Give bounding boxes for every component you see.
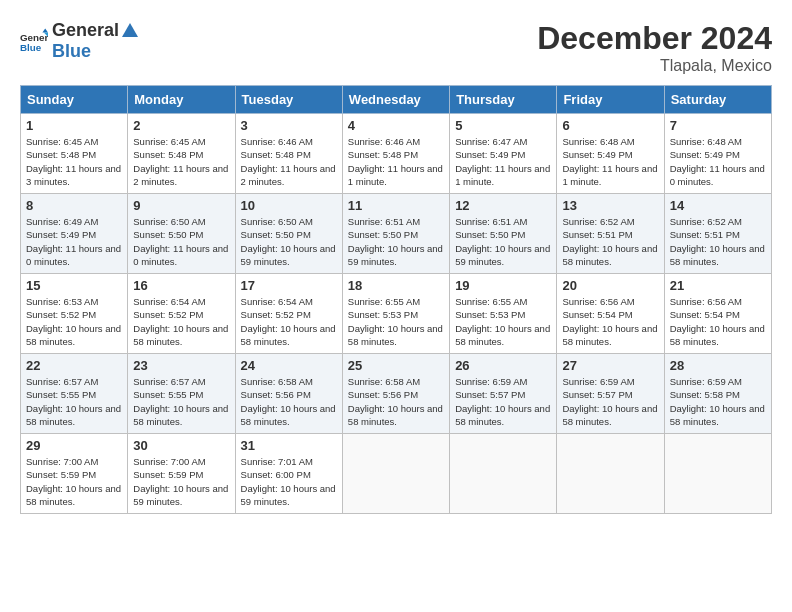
calendar-cell [450, 434, 557, 514]
day-number: 25 [348, 358, 444, 373]
day-number: 26 [455, 358, 551, 373]
calendar-cell: 18Sunrise: 6:55 AMSunset: 5:53 PMDayligh… [342, 274, 449, 354]
day-number: 21 [670, 278, 766, 293]
calendar-cell: 6Sunrise: 6:48 AMSunset: 5:49 PMDaylight… [557, 114, 664, 194]
calendar-cell: 19Sunrise: 6:55 AMSunset: 5:53 PMDayligh… [450, 274, 557, 354]
day-info: Sunrise: 6:51 AMSunset: 5:50 PMDaylight:… [455, 215, 551, 268]
calendar-week-row: 8Sunrise: 6:49 AMSunset: 5:49 PMDaylight… [21, 194, 772, 274]
day-info: Sunrise: 6:59 AMSunset: 5:57 PMDaylight:… [455, 375, 551, 428]
day-info: Sunrise: 6:51 AMSunset: 5:50 PMDaylight:… [348, 215, 444, 268]
calendar-cell: 22Sunrise: 6:57 AMSunset: 5:55 PMDayligh… [21, 354, 128, 434]
logo-icon: General Blue [20, 27, 48, 55]
calendar-cell [342, 434, 449, 514]
header-friday: Friday [557, 86, 664, 114]
logo-text-general: General [52, 20, 119, 41]
logo-triangle-icon [120, 21, 140, 41]
calendar-cell: 17Sunrise: 6:54 AMSunset: 5:52 PMDayligh… [235, 274, 342, 354]
svg-marker-4 [122, 23, 138, 37]
day-number: 16 [133, 278, 229, 293]
calendar-cell: 15Sunrise: 6:53 AMSunset: 5:52 PMDayligh… [21, 274, 128, 354]
day-info: Sunrise: 6:54 AMSunset: 5:52 PMDaylight:… [241, 295, 337, 348]
calendar-cell: 3Sunrise: 6:46 AMSunset: 5:48 PMDaylight… [235, 114, 342, 194]
day-number: 10 [241, 198, 337, 213]
month-title: December 2024 [537, 20, 772, 57]
day-number: 23 [133, 358, 229, 373]
day-number: 29 [26, 438, 122, 453]
calendar-week-row: 22Sunrise: 6:57 AMSunset: 5:55 PMDayligh… [21, 354, 772, 434]
calendar-week-row: 29Sunrise: 7:00 AMSunset: 5:59 PMDayligh… [21, 434, 772, 514]
day-number: 1 [26, 118, 122, 133]
location-title: Tlapala, Mexico [537, 57, 772, 75]
day-number: 3 [241, 118, 337, 133]
day-info: Sunrise: 7:00 AMSunset: 5:59 PMDaylight:… [26, 455, 122, 508]
day-number: 18 [348, 278, 444, 293]
header-monday: Monday [128, 86, 235, 114]
svg-marker-2 [42, 28, 48, 32]
calendar-cell: 23Sunrise: 6:57 AMSunset: 5:55 PMDayligh… [128, 354, 235, 434]
day-number: 31 [241, 438, 337, 453]
calendar-cell: 9Sunrise: 6:50 AMSunset: 5:50 PMDaylight… [128, 194, 235, 274]
logo-text-blue: Blue [52, 41, 91, 61]
calendar-cell: 28Sunrise: 6:59 AMSunset: 5:58 PMDayligh… [664, 354, 771, 434]
day-info: Sunrise: 7:01 AMSunset: 6:00 PMDaylight:… [241, 455, 337, 508]
header-thursday: Thursday [450, 86, 557, 114]
day-info: Sunrise: 6:56 AMSunset: 5:54 PMDaylight:… [670, 295, 766, 348]
day-number: 20 [562, 278, 658, 293]
day-number: 13 [562, 198, 658, 213]
day-info: Sunrise: 6:59 AMSunset: 5:57 PMDaylight:… [562, 375, 658, 428]
title-area: December 2024 Tlapala, Mexico [537, 20, 772, 75]
calendar-cell: 7Sunrise: 6:48 AMSunset: 5:49 PMDaylight… [664, 114, 771, 194]
calendar-cell: 8Sunrise: 6:49 AMSunset: 5:49 PMDaylight… [21, 194, 128, 274]
day-info: Sunrise: 6:58 AMSunset: 5:56 PMDaylight:… [348, 375, 444, 428]
header-wednesday: Wednesday [342, 86, 449, 114]
day-number: 5 [455, 118, 551, 133]
day-info: Sunrise: 6:47 AMSunset: 5:49 PMDaylight:… [455, 135, 551, 188]
calendar-cell: 10Sunrise: 6:50 AMSunset: 5:50 PMDayligh… [235, 194, 342, 274]
day-info: Sunrise: 6:58 AMSunset: 5:56 PMDaylight:… [241, 375, 337, 428]
day-info: Sunrise: 6:52 AMSunset: 5:51 PMDaylight:… [670, 215, 766, 268]
day-info: Sunrise: 6:45 AMSunset: 5:48 PMDaylight:… [133, 135, 229, 188]
day-number: 17 [241, 278, 337, 293]
header-sunday: Sunday [21, 86, 128, 114]
calendar-cell: 4Sunrise: 6:46 AMSunset: 5:48 PMDaylight… [342, 114, 449, 194]
day-info: Sunrise: 6:45 AMSunset: 5:48 PMDaylight:… [26, 135, 122, 188]
day-number: 30 [133, 438, 229, 453]
day-number: 28 [670, 358, 766, 373]
calendar-cell: 14Sunrise: 6:52 AMSunset: 5:51 PMDayligh… [664, 194, 771, 274]
day-info: Sunrise: 6:46 AMSunset: 5:48 PMDaylight:… [348, 135, 444, 188]
calendar-cell [557, 434, 664, 514]
day-number: 19 [455, 278, 551, 293]
day-info: Sunrise: 6:56 AMSunset: 5:54 PMDaylight:… [562, 295, 658, 348]
day-info: Sunrise: 6:49 AMSunset: 5:49 PMDaylight:… [26, 215, 122, 268]
day-number: 9 [133, 198, 229, 213]
calendar-cell: 20Sunrise: 6:56 AMSunset: 5:54 PMDayligh… [557, 274, 664, 354]
calendar-cell: 31Sunrise: 7:01 AMSunset: 6:00 PMDayligh… [235, 434, 342, 514]
header-saturday: Saturday [664, 86, 771, 114]
day-number: 27 [562, 358, 658, 373]
day-info: Sunrise: 6:57 AMSunset: 5:55 PMDaylight:… [26, 375, 122, 428]
calendar-table: SundayMondayTuesdayWednesdayThursdayFrid… [20, 85, 772, 514]
day-info: Sunrise: 6:53 AMSunset: 5:52 PMDaylight:… [26, 295, 122, 348]
calendar-cell: 24Sunrise: 6:58 AMSunset: 5:56 PMDayligh… [235, 354, 342, 434]
logo: General Blue General Blue [20, 20, 141, 62]
day-info: Sunrise: 6:46 AMSunset: 5:48 PMDaylight:… [241, 135, 337, 188]
day-number: 8 [26, 198, 122, 213]
day-number: 15 [26, 278, 122, 293]
header: General Blue General Blue December 2024 … [20, 20, 772, 75]
day-number: 4 [348, 118, 444, 133]
day-number: 6 [562, 118, 658, 133]
calendar-cell: 25Sunrise: 6:58 AMSunset: 5:56 PMDayligh… [342, 354, 449, 434]
calendar-cell: 12Sunrise: 6:51 AMSunset: 5:50 PMDayligh… [450, 194, 557, 274]
day-info: Sunrise: 6:59 AMSunset: 5:58 PMDaylight:… [670, 375, 766, 428]
svg-text:Blue: Blue [20, 42, 42, 53]
day-info: Sunrise: 6:55 AMSunset: 5:53 PMDaylight:… [455, 295, 551, 348]
calendar-cell: 27Sunrise: 6:59 AMSunset: 5:57 PMDayligh… [557, 354, 664, 434]
day-info: Sunrise: 6:55 AMSunset: 5:53 PMDaylight:… [348, 295, 444, 348]
calendar-cell: 2Sunrise: 6:45 AMSunset: 5:48 PMDaylight… [128, 114, 235, 194]
day-number: 22 [26, 358, 122, 373]
calendar-week-row: 1Sunrise: 6:45 AMSunset: 5:48 PMDaylight… [21, 114, 772, 194]
header-tuesday: Tuesday [235, 86, 342, 114]
day-number: 7 [670, 118, 766, 133]
day-info: Sunrise: 6:57 AMSunset: 5:55 PMDaylight:… [133, 375, 229, 428]
calendar-cell: 13Sunrise: 6:52 AMSunset: 5:51 PMDayligh… [557, 194, 664, 274]
